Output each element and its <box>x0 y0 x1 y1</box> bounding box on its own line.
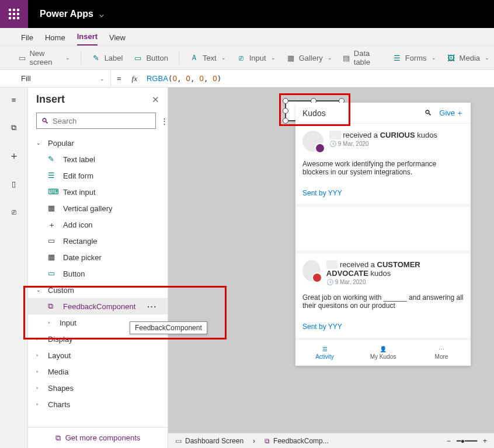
group-popular[interactable]: ⌄ Popular <box>28 135 168 151</box>
panel-title: Insert <box>36 93 65 106</box>
formula-input[interactable]: RGBA(0, 0, 0, 0) <box>142 74 494 83</box>
group-label: Charts <box>48 400 70 409</box>
item-add-icon[interactable]: ＋Add icon <box>28 216 168 233</box>
menu-view[interactable]: View <box>109 31 126 46</box>
rail-data-icon[interactable]: ▯ <box>5 175 23 192</box>
group-custom[interactable]: ⌄ Custom <box>28 282 168 298</box>
menu-insert[interactable]: Insert <box>77 30 98 46</box>
new-screen-button[interactable]: ▭ New screen ⌄ <box>19 49 70 66</box>
ribbon-toolbar: ▭ New screen ⌄ ✎ Label ▭ Button Ａ Text ⌄… <box>0 46 494 70</box>
label-text: Label <box>105 54 123 62</box>
status-bar: ▭Dashboard Screen › ⧉FeedbackComp... − ━… <box>168 433 494 448</box>
zoom-in-button[interactable]: + <box>483 437 487 445</box>
svg-rect-5 <box>17 13 19 15</box>
group-label: Popular <box>48 139 74 148</box>
app-title: Power Apps <box>40 9 93 19</box>
avatar <box>302 131 323 152</box>
zoom-slider[interactable]: ━●━━━ <box>457 437 477 445</box>
rail-settings-icon[interactable]: ⎚ <box>5 203 23 220</box>
item-vertical-gallery[interactable]: ▦Vertical gallery <box>28 200 168 216</box>
title-bar: Power Apps ⌵ <box>0 0 494 28</box>
svg-rect-1 <box>13 9 15 11</box>
workspace: ≡ ⧉ ＋ ▯ ⎚ Insert ✕ 🔍︎ ⋮ ⌄ Popular ✎Text … <box>0 88 494 448</box>
rail-layers-icon[interactable]: ⧉ <box>5 119 23 136</box>
search-field[interactable] <box>53 117 151 125</box>
search-input[interactable]: 🔍︎ <box>36 113 156 129</box>
group-label: Input <box>60 318 76 327</box>
rectangle-icon: ▭ <box>48 236 57 246</box>
gallery-label: Gallery <box>299 54 323 62</box>
chevron-down-icon: ⌄ <box>432 55 436 61</box>
zoom-out-button[interactable]: − <box>447 437 451 445</box>
kudo-sent-by: Sent by YYY <box>302 323 464 331</box>
empty-card <box>295 206 471 253</box>
app-preview[interactable]: Kudos 🔍︎ Give ＋ xxx received a CURIOUS k… <box>295 103 471 366</box>
zoom-controls: − ━●━━━ + <box>447 437 487 445</box>
get-more-components[interactable]: ⧉ Get more components <box>28 427 168 448</box>
formula-bar: Fill ⌄ = fx RGBA(0, 0, 0, 0) <box>0 70 494 88</box>
formula-fn: RGBA <box>147 74 168 83</box>
label-button[interactable]: ✎ Label <box>92 53 123 62</box>
property-name: Fill <box>21 74 31 83</box>
menu-file[interactable]: File <box>21 31 33 46</box>
media-dropdown[interactable]: 🖼 Media ⌄ <box>447 53 489 62</box>
kudo-date: 🕓 9 Mar, 2020 <box>326 279 464 285</box>
media-label: Media <box>460 54 480 62</box>
group-media[interactable]: ›Media <box>28 363 168 380</box>
property-selector[interactable]: Fill ⌄ <box>0 70 111 87</box>
text-icon: Ａ <box>190 53 199 62</box>
item-rectangle[interactable]: ▭Rectangle <box>28 233 168 249</box>
more-icon[interactable]: ··· <box>147 302 159 311</box>
search-icon[interactable]: 🔍︎ <box>425 108 432 117</box>
group-label: Layout <box>48 351 71 360</box>
app-menu-chevron-icon[interactable]: ⌵ <box>99 10 104 19</box>
give-button[interactable]: Give ＋ <box>439 108 464 118</box>
button-button[interactable]: ▭ Button <box>133 53 168 62</box>
tooltip: FeedbackComponent <box>130 321 207 334</box>
text-label: Text <box>203 54 217 62</box>
breadcrumb-screen[interactable]: ▭Dashboard Screen <box>175 437 243 445</box>
item-date-picker[interactable]: ▦Date picker <box>28 249 168 265</box>
menu-home[interactable]: Home <box>45 31 65 46</box>
insert-panel: Insert ✕ 🔍︎ ⋮ ⌄ Popular ✎Text label ☰Edi… <box>28 88 168 448</box>
nav-my-kudos[interactable]: 👤My Kudos <box>354 340 412 366</box>
menu-bar: File Home Insert View <box>0 28 494 46</box>
rail-add-icon[interactable]: ＋ <box>5 147 23 164</box>
data-table-label: Data table <box>354 49 382 66</box>
button-icon: ▭ <box>48 269 57 278</box>
panel-header: Insert ✕ <box>28 88 168 109</box>
screen-icon: ▭ <box>175 437 182 445</box>
data-table-button[interactable]: ▤ Data table <box>343 49 382 66</box>
text-dropdown[interactable]: Ａ Text ⌄ <box>190 53 226 62</box>
svg-rect-6 <box>9 17 11 19</box>
plus-icon: ＋ <box>48 220 57 229</box>
item-text-label[interactable]: ✎Text label <box>28 151 168 167</box>
item-feedback-component[interactable]: ⧉ FeedbackComponent ··· <box>28 298 168 314</box>
item-edit-form[interactable]: ☰Edit form <box>28 167 168 184</box>
app-header: Kudos 🔍︎ Give ＋ <box>295 103 471 124</box>
close-icon[interactable]: ✕ <box>152 94 159 105</box>
rail-hamburger-icon[interactable]: ≡ <box>5 91 23 108</box>
group-charts[interactable]: ›Charts <box>28 396 168 412</box>
item-button[interactable]: ▭Button <box>28 265 168 282</box>
chevron-down-icon: ⌄ <box>65 55 70 61</box>
kudo-date: 🕓 9 Mar, 2020 <box>329 141 437 147</box>
forms-dropdown[interactable]: ☰ Forms ⌄ <box>392 53 436 62</box>
nav-activity[interactable]: ☰Activity <box>295 340 354 366</box>
panel-more-icon[interactable]: ⋮ <box>161 117 168 125</box>
kudo-body: Great job on working with ______ and ans… <box>302 293 464 310</box>
chevron-down-icon: ⌄ <box>221 55 226 61</box>
gallery-dropdown[interactable]: ▦ Gallery ⌄ <box>286 53 332 62</box>
item-text-input[interactable]: ⌨Text input <box>28 184 168 200</box>
breadcrumb-component[interactable]: ⧉FeedbackComp... <box>265 437 329 445</box>
gallery-icon: ▦ <box>286 53 295 62</box>
nav-more[interactable]: ⋯More <box>412 340 471 366</box>
input-icon: ⎚ <box>236 53 246 62</box>
canvas[interactable]: Kudos 🔍︎ Give ＋ xxx received a CURIOUS k… <box>168 88 494 448</box>
chevron-down-icon: ⌄ <box>485 55 489 61</box>
group-shapes[interactable]: ›Shapes <box>28 380 168 396</box>
group-layout[interactable]: ›Layout <box>28 347 168 363</box>
input-dropdown[interactable]: ⎚ Input ⌄ <box>236 53 276 62</box>
component-icon: ⧉ <box>265 437 270 445</box>
app-launcher-icon[interactable] <box>0 0 28 28</box>
